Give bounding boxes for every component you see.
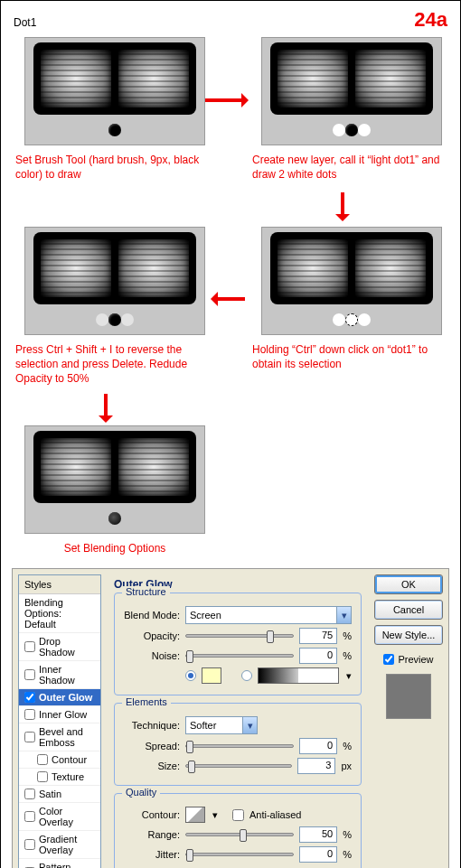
style-inner-shadow-check[interactable] — [24, 669, 35, 680]
noise-value[interactable]: 0 — [299, 648, 337, 664]
caption-step4: Press Ctrl + Shift + I to reverse the se… — [15, 342, 214, 387]
contour-swatch[interactable] — [185, 807, 205, 823]
layer-style-dialog: Styles Blending Options: Default Drop Sh… — [12, 568, 449, 868]
antialiased-check[interactable] — [232, 809, 244, 821]
glow-color-radio[interactable] — [185, 670, 196, 681]
style-drop-shadow-check[interactable] — [24, 641, 35, 652]
opacity-label: Opacity: — [124, 630, 180, 641]
style-inner-shadow[interactable]: Inner Shadow — [19, 661, 100, 689]
spread-value[interactable]: 0 — [299, 738, 337, 754]
preview-swatch — [386, 674, 431, 719]
glow-gradient-radio[interactable] — [241, 670, 252, 681]
style-satin-check[interactable] — [24, 789, 35, 799]
style-satin[interactable]: Satin — [19, 786, 100, 803]
technique-label: Technique: — [124, 720, 180, 731]
chevron-down-icon[interactable]: ▾ — [346, 670, 352, 682]
styles-blending-default[interactable]: Blending Options: Default — [19, 594, 100, 633]
arrow-3-4 — [214, 297, 245, 301]
range-unit: % — [343, 829, 352, 840]
style-gradient-overlay-check[interactable] — [24, 839, 35, 850]
style-pattern-overlay[interactable]: Pattern Overlay — [19, 859, 100, 868]
range-label: Range: — [124, 829, 180, 840]
styles-list: Styles Blending Options: Default Drop Sh… — [18, 574, 101, 868]
thumb-step5 — [24, 425, 205, 534]
jitter-label: Jitter: — [124, 849, 180, 860]
caption-step2: Create new layer, call it “light dot1” a… — [252, 153, 451, 182]
style-color-overlay-check[interactable] — [24, 811, 35, 822]
antialiased-label: Anti-aliased — [249, 809, 301, 820]
glow-gradient-swatch[interactable] — [258, 667, 339, 684]
thumb-step4 — [24, 227, 205, 335]
cancel-button[interactable]: Cancel — [374, 600, 443, 620]
arrow-4-5 — [104, 394, 108, 419]
style-outer-glow[interactable]: Outer Glow — [19, 689, 100, 706]
style-color-overlay[interactable]: Color Overlay — [19, 803, 100, 831]
tutorial-flow: Set Brush Tool (hard brush, 9px, black c… — [8, 37, 453, 561]
step-number: 24a — [414, 8, 447, 32]
page-title: Dot1 — [14, 16, 36, 29]
quality-legend: Quality — [122, 787, 160, 798]
style-texture[interactable]: Texture — [19, 769, 100, 786]
elements-legend: Elements — [122, 696, 171, 707]
thumb-step1 — [24, 37, 205, 145]
size-unit: px — [341, 761, 352, 771]
preview-check[interactable] — [383, 654, 394, 665]
style-inner-glow[interactable]: Inner Glow — [19, 706, 100, 723]
style-contour-check[interactable] — [37, 754, 48, 765]
preview-label: Preview — [398, 654, 433, 665]
thumb-step3 — [261, 227, 442, 335]
range-value[interactable]: 50 — [299, 826, 337, 843]
new-style-button[interactable]: New Style... — [374, 625, 443, 645]
ok-button[interactable]: OK — [374, 574, 443, 594]
jitter-unit: % — [343, 849, 352, 860]
chevron-down-icon[interactable]: ▾ — [336, 607, 351, 623]
blendmode-combo[interactable]: Screen ▾ — [185, 606, 352, 624]
size-slider[interactable] — [185, 764, 292, 768]
blendmode-label: Blend Mode: — [124, 610, 180, 621]
style-texture-check[interactable] — [37, 771, 48, 782]
size-label: Size: — [124, 761, 180, 771]
style-contour[interactable]: Contour — [19, 751, 100, 769]
style-bevel-emboss[interactable]: Bevel and Emboss — [19, 723, 100, 751]
range-slider[interactable] — [185, 833, 294, 836]
chevron-down-icon[interactable]: ▾ — [212, 809, 218, 821]
elements-group: Elements Technique: Softer ▾ Spread: 0 % — [114, 703, 362, 786]
noise-label: Noise: — [124, 650, 180, 661]
jitter-slider[interactable] — [185, 853, 294, 856]
noise-unit: % — [343, 650, 352, 661]
styles-header[interactable]: Styles — [19, 575, 100, 594]
caption-step1: Set Brush Tool (hard brush, 9px, black c… — [15, 153, 214, 182]
glow-color-swatch[interactable] — [202, 667, 221, 684]
contour-label: Contour: — [124, 809, 180, 820]
quality-group: Quality Contour: ▾ Anti-aliased Range: 5… — [114, 793, 362, 868]
style-outer-glow-check[interactable] — [24, 692, 35, 703]
opacity-value[interactable]: 75 — [299, 628, 337, 644]
arrow-2-3 — [341, 192, 344, 218]
jitter-value[interactable]: 0 — [299, 846, 337, 863]
style-bevel-check[interactable] — [24, 732, 35, 742]
opacity-unit: % — [343, 630, 352, 641]
thumb-step2 — [261, 37, 442, 145]
structure-group: Structure Blend Mode: Screen ▾ Opacity: … — [114, 593, 362, 695]
opacity-slider[interactable] — [185, 634, 294, 638]
chevron-down-icon[interactable]: ▾ — [242, 717, 257, 733]
caption-step5: Set Blending Options — [15, 541, 214, 555]
structure-legend: Structure — [122, 586, 170, 597]
spread-slider[interactable] — [185, 744, 294, 748]
spread-label: Spread: — [124, 741, 180, 751]
arrow-1-2 — [205, 98, 245, 102]
style-gradient-overlay[interactable]: Gradient Overlay — [19, 831, 100, 859]
dialog-side-buttons: OK Cancel New Style... Preview — [374, 574, 443, 868]
caption-step3: Holding “Ctrl” down click on “dot1” to o… — [252, 342, 451, 371]
technique-combo[interactable]: Softer ▾ — [185, 716, 258, 734]
noise-slider[interactable] — [185, 654, 294, 658]
size-value[interactable]: 3 — [297, 758, 335, 774]
style-drop-shadow[interactable]: Drop Shadow — [19, 633, 100, 661]
style-inner-glow-check[interactable] — [24, 709, 35, 720]
outer-glow-panel: Outer Glow Structure Blend Mode: Screen … — [107, 574, 369, 868]
spread-unit: % — [343, 741, 352, 751]
